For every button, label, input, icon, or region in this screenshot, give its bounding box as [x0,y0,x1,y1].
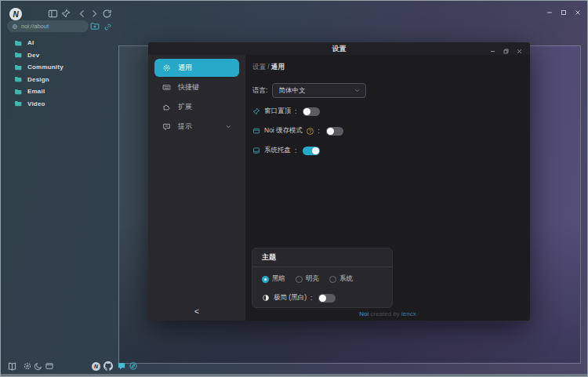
theme-option-light[interactable]: 明亮 [296,274,319,284]
settings-nav-shortcuts[interactable]: 快捷键 [154,78,239,96]
toggle-knob [312,147,319,154]
footer-author-link[interactable]: lencx [401,310,416,317]
forward-button[interactable] [89,9,100,19]
cache-icon [252,127,260,135]
maximize-icon [560,9,568,16]
folder-icon [14,75,22,83]
theme-card: 主题 黑暗 明亮 系统 极简 (黑白): [252,248,393,308]
cache-mode-row: Noi 缓存模式 ?: [252,126,343,136]
folder-icon [14,39,22,47]
language-select[interactable]: 简体中文 [272,83,366,98]
cache-mode-toggle[interactable] [326,127,343,136]
chevron-down-icon [354,87,361,94]
sidebar-item-dev[interactable]: Dev [1,49,117,62]
contrast-icon [262,294,270,302]
folder-sidebar: AI Dev Community Design Email Video [1,37,117,110]
language-row: 语言: 简体中文 [252,83,366,98]
url-text: noi://about [21,23,49,30]
sidebar-item-email[interactable]: Email [1,85,117,98]
close-icon [574,9,582,16]
system-tray-row: 系统托盘: [252,146,320,155]
cache-mode-label: Noi 缓存模式 [264,126,303,136]
toggle-knob [303,108,310,115]
book-icon [7,361,17,372]
radio-dot [329,276,336,283]
minimize-icon [489,48,496,55]
pin-icon [61,9,71,18]
settings-nav-extensions[interactable]: 扩展 [154,98,239,116]
sidebar-item-ai[interactable]: AI [1,37,117,49]
minimal-mode-label: 极简 (黑白) [274,293,307,303]
window-controls [544,6,583,16]
dialog-close-button[interactable] [515,45,524,53]
compass-icon [129,361,138,371]
theme-title: 主题 [252,248,392,267]
minimal-mode-toggle[interactable] [318,294,336,303]
forward-arrow-icon [89,9,100,19]
gear-icon [162,63,171,72]
minimal-mode-row: 极简 (黑白): [262,293,336,303]
moon-icon [34,361,43,371]
dialog-maximize-button[interactable] [502,45,510,53]
breadcrumb-parent: 设置 [252,63,266,71]
radio-dot [296,276,303,283]
window-on-top-toggle[interactable] [303,107,320,116]
folder-icon [14,63,22,71]
link-button[interactable] [103,22,112,31]
folder-icon [14,51,22,59]
close-icon [516,48,523,55]
window-on-top-row: 窗口置顶: [252,107,320,116]
window-maximize-button[interactable] [558,6,568,16]
sidebar-toggle-button[interactable] [48,9,58,19]
pin-icon [252,107,260,115]
footer-app-link[interactable]: Noi [359,310,368,317]
toggle-knob [327,128,334,135]
link-icon [103,23,112,31]
settings-nav-prompts[interactable]: 提示 [154,118,239,136]
language-value: 简体中文 [278,86,305,96]
settings-nav-general[interactable]: 通用 [154,59,239,77]
chat-ai-icon [117,361,126,371]
system-tray-toggle[interactable] [303,147,320,155]
noi-logo-icon: N [9,8,22,20]
folder-plus-icon [90,21,100,31]
tray-icon [252,147,260,154]
breadcrumb: 设置 / 通用 [252,63,285,72]
sidebar-item-community[interactable]: Community [1,61,117,74]
url-bar[interactable]: noi://about [7,20,89,32]
nav-collapse-button[interactable]: < [148,306,245,316]
window-mode-button[interactable] [45,361,54,371]
theme-option-system[interactable]: 系统 [329,274,353,284]
restore-icon [503,48,510,55]
settings-button[interactable] [23,361,32,371]
back-button[interactable] [77,9,87,19]
back-arrow-icon [77,9,87,19]
reload-icon [102,9,112,19]
library-button[interactable] [7,361,17,372]
theme-mode-button[interactable] [34,361,43,371]
toggle-knob [319,295,326,302]
pin-window-button[interactable] [60,9,71,19]
chevron-down-icon [225,123,232,130]
ai-chat-button[interactable] [117,361,126,371]
keyboard-icon [162,83,171,92]
github-button[interactable] [103,361,113,371]
noi-home-button[interactable]: N [92,362,100,371]
radio-dot [262,276,269,283]
dialog-body: 通用 快捷键 扩展 提示 < 设置 / 通用 [148,55,530,321]
breadcrumb-current: 通用 [271,63,285,71]
settings-dialog: 设置 通用 快捷键 扩展 [148,42,530,321]
help-icon[interactable]: ? [307,128,314,135]
window-close-button[interactable] [572,6,583,16]
add-folder-button[interactable] [90,21,100,31]
theme-option-dark[interactable]: 黑暗 [262,274,285,284]
sidebar-item-design[interactable]: Design [1,74,117,86]
explore-button[interactable] [129,361,138,371]
github-icon [103,361,113,371]
sidebar-item-video[interactable]: Video [1,98,117,111]
dialog-minimize-button[interactable] [488,45,497,53]
dialog-titlebar: 设置 [148,42,530,55]
window-minimize-button[interactable] [544,6,554,16]
reload-button[interactable] [102,9,112,19]
window-on-top-label: 窗口置顶 [264,107,291,116]
